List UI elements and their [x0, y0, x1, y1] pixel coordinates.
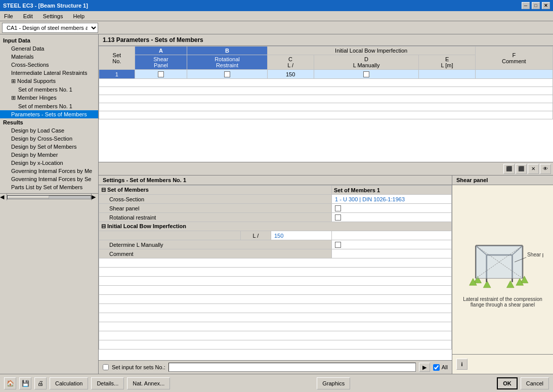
col-header-F: FComment [475, 47, 552, 70]
settings-label-lvalue [99, 231, 241, 240]
sidebar-scroll-right[interactable]: ▶ [91, 194, 98, 200]
sidebar-item-governing-se[interactable]: Governing Internal Forces by Se [0, 175, 98, 183]
shear-panel-info-btn[interactable]: i [456, 359, 467, 370]
col-header-A: A [135, 47, 187, 55]
settings-row-empty6 [99, 304, 452, 313]
input-data-header: Input Data [0, 36, 98, 45]
table-row-empty4 [99, 103, 553, 111]
settings-group-initial: ⊟ Initial Local Bow Imperfection [99, 222, 452, 231]
settings-row-determine[interactable]: Determine L Manually [99, 240, 452, 249]
cell-C: 150 [267, 70, 314, 79]
settings-group-setofmembers: ⊟ Set of Members Set of Members 1 [99, 186, 452, 195]
cell-F [475, 70, 552, 79]
sidebar-item-member-hinges[interactable]: ⊞ Member Hinges [0, 94, 98, 102]
shear-panel-caption: Lateral restraint of the compression fla… [456, 296, 549, 308]
export-btn2[interactable]: ⬛ [516, 164, 527, 174]
cell-A[interactable] [135, 70, 187, 79]
delete-btn[interactable]: ✕ [528, 164, 539, 174]
minimize-button[interactable]: ─ [522, 2, 530, 9]
cell-B[interactable] [187, 70, 267, 79]
set-input-checkbox[interactable] [103, 364, 109, 370]
col-header-setno: SetNo. [99, 47, 135, 70]
ok-button[interactable]: OK [497, 377, 518, 389]
settings-row-lvalue[interactable]: L / 150 [99, 231, 452, 240]
sidebar-item-intermediate-lateral[interactable]: Intermediate Lateral Restraints [0, 69, 98, 77]
sidebar-item-design-cross-section[interactable]: Design by Cross-Section [0, 135, 98, 143]
sidebar-item-design-load-case[interactable]: Design by Load Case [0, 126, 98, 135]
settings-value-setofmembers: Set of Members 1 [332, 186, 452, 195]
table-row-empty2 [99, 87, 553, 95]
checkbox-shear[interactable] [158, 71, 164, 77]
export-btn1[interactable]: ⬛ [503, 164, 515, 174]
checkbox-rotational[interactable] [224, 71, 230, 77]
calculation-button[interactable]: Calculation [50, 377, 88, 389]
set-input-go-btn[interactable]: ▶ [419, 363, 430, 372]
table-row[interactable]: 1 150 [99, 70, 553, 79]
settings-value-shear[interactable] [332, 204, 452, 213]
nat-annex-button[interactable]: Nat. Annex... [127, 377, 170, 389]
settings-row-rotational[interactable]: Rotational restraint [99, 213, 452, 222]
settings-value-determine[interactable] [332, 240, 452, 249]
cell-D[interactable] [314, 70, 419, 79]
sidebar-item-design-member[interactable]: Design by Member [0, 151, 98, 159]
sidebar-item-nodal-supports[interactable]: ⊞ Nodal Supports [0, 77, 98, 85]
save-btn[interactable]: 💾 [19, 377, 31, 389]
case-dropdown[interactable]: CA1 - Design of steel members a... [2, 23, 98, 33]
maximize-button[interactable]: □ [532, 2, 540, 9]
sidebar-item-hinges-set1[interactable]: Set of members No. 1 [0, 102, 98, 110]
settings-value-lvalue[interactable]: 150 [271, 231, 332, 240]
settings-label-rotational: Rotational restraint [99, 213, 332, 222]
graphics-button[interactable]: Graphics [317, 377, 350, 389]
settings-table: ⊟ Set of Members Set of Members 1 Cross-… [99, 185, 452, 350]
checkbox-settings-rotational[interactable] [335, 214, 341, 221]
sidebar-item-materials[interactable]: Materials [0, 53, 98, 61]
results-header: Results [0, 118, 98, 126]
table-row-empty3 [99, 95, 553, 103]
menu-edit[interactable]: Edit [21, 13, 35, 20]
menu-settings[interactable]: Settings [41, 13, 65, 20]
settings-row-shear[interactable]: Shear panel [99, 204, 452, 213]
set-input-field[interactable] [168, 363, 416, 372]
settings-row-empty2 [99, 268, 452, 277]
close-button[interactable]: ✕ [542, 2, 550, 9]
settings-value-crosssection: 1 - U 300 | DIN 1026-1:1963 [332, 195, 452, 204]
sidebar-item-nodal-set1[interactable]: Set of members No. 1 [0, 85, 98, 94]
all-checkbox[interactable] [433, 364, 440, 371]
settings-label-determine: Determine L Manually [99, 240, 332, 249]
col-header-B: B [187, 47, 267, 55]
menu-help[interactable]: Help [71, 13, 87, 20]
sidebar-item-governing-me[interactable]: Governing Internal Forces by Me [0, 167, 98, 175]
settings-unit-lvalue: L / [241, 231, 271, 240]
shear-panel-area: Shear panel [452, 176, 553, 374]
col-header-initial: Initial Local Bow Imperfection [267, 47, 475, 55]
details-button[interactable]: Details... [91, 377, 124, 389]
settings-panel: Settings - Set of Members No. 1 ⊟ Set of… [99, 176, 452, 374]
sidebar-item-design-x-location[interactable]: Design by x-Location [0, 159, 98, 167]
cancel-button[interactable]: Cancel [521, 377, 549, 389]
sidebar-item-cross-sections[interactable]: Cross-Sections [0, 61, 98, 69]
checkbox-settings-shear[interactable] [335, 205, 341, 211]
settings-row-comment[interactable]: Comment [99, 249, 452, 258]
col-subheader-E: EL [m] [419, 55, 475, 70]
sidebar-item-parameters-sets[interactable]: Parameters - Sets of Members [0, 110, 98, 118]
view-btn[interactable]: 👁 [540, 164, 551, 174]
bottom-input-area: Set input for sets No.: ▶ All [99, 360, 452, 374]
set-input-label: Set input for sets No.: [112, 364, 165, 370]
col-subheader-D: DL Manually [314, 55, 419, 70]
sidebar-item-general-data[interactable]: General Data [0, 45, 98, 53]
checkbox-settings-determine[interactable] [335, 242, 341, 248]
settings-value-rotational[interactable] [332, 213, 452, 222]
col-subheader-C: CL / [267, 55, 314, 70]
section-title: 1.13 Parameters - Sets of Members [99, 34, 553, 46]
print-btn[interactable]: 🖨 [34, 377, 47, 389]
home-btn[interactable]: 🏠 [4, 377, 16, 389]
sidebar-item-parts-list[interactable]: Parts List by Set of Members [0, 183, 98, 191]
settings-row-crosssection[interactable]: Cross-Section 1 - U 300 | DIN 1026-1:196… [99, 195, 452, 204]
menu-file[interactable]: File [2, 13, 15, 20]
shear-panel-image: Shear panel Lateral restraint of the com… [452, 185, 553, 354]
menu-bar: File Edit Settings Help [0, 11, 553, 21]
sidebar-item-design-set-members[interactable]: Design by Set of Members [0, 143, 98, 151]
checkbox-manually[interactable] [363, 71, 369, 77]
settings-value-comment [332, 249, 452, 258]
sidebar-scroll-left[interactable]: ◀ [0, 194, 7, 200]
